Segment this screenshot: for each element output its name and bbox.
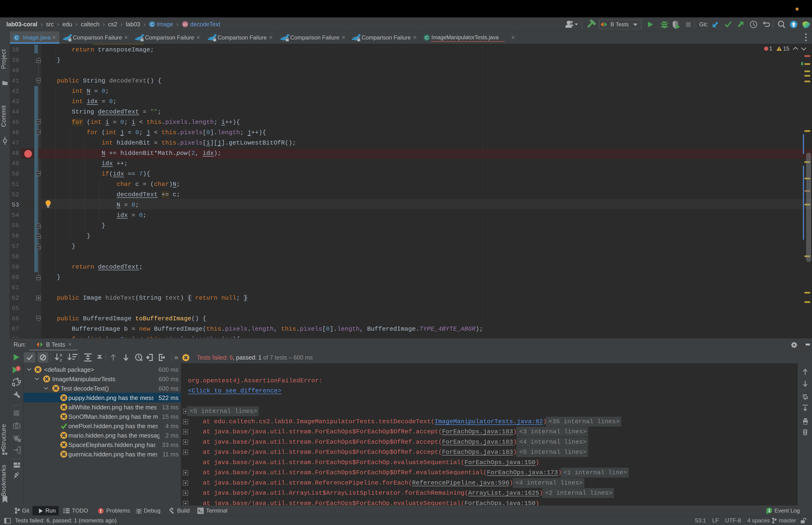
svg-text:B Tests: B Tests	[610, 21, 629, 28]
svg-text:!: !	[17, 366, 18, 371]
svg-text:C: C	[15, 35, 18, 40]
svg-text:a: a	[60, 352, 62, 357]
svg-text:Git:: Git:	[699, 21, 708, 28]
svg-text:1: 1	[769, 45, 772, 52]
svg-text:1: 1	[768, 508, 771, 513]
svg-text:z: z	[60, 357, 62, 362]
svg-text:C: C	[425, 35, 428, 40]
svg-text:C: C	[151, 22, 154, 27]
svg-text:m: m	[183, 22, 187, 27]
svg-text:15: 15	[783, 45, 790, 52]
svg-text:»: »	[174, 353, 178, 361]
